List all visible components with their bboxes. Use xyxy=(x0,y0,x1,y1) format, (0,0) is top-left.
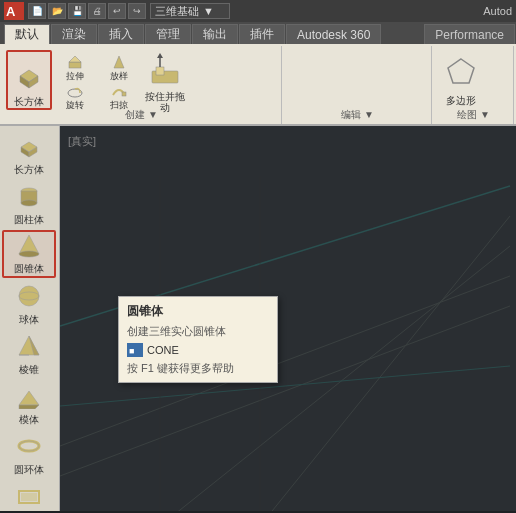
open-icon[interactable]: 📂 xyxy=(48,3,66,19)
tooltip-title: 圆锥体 xyxy=(127,303,269,320)
plot-icon[interactable]: 🖨 xyxy=(88,3,106,19)
svg-point-23 xyxy=(19,286,39,306)
left-wedge-icon xyxy=(13,381,45,411)
revolve-icon xyxy=(66,83,84,99)
loft-icon xyxy=(110,54,128,70)
left-cone-label: 圆锥体 xyxy=(14,262,44,276)
left-box-icon xyxy=(13,131,45,161)
box-label: 长方体 xyxy=(14,96,44,107)
app-name: Autod xyxy=(483,5,512,17)
tab-autodesk360[interactable]: Autodesk 360 xyxy=(286,24,381,44)
left-pyramid-icon xyxy=(13,331,45,361)
tooltip-help: 按 F1 键获得更多帮助 xyxy=(127,361,269,376)
tooltip-cmd-icon: ■ xyxy=(127,343,143,357)
svg-rect-33 xyxy=(21,493,37,501)
ribbon-btn-sweep[interactable]: 扫掠 xyxy=(98,81,140,109)
section-title-edit: 编辑 ▼ xyxy=(284,108,431,122)
tab-plugin[interactable]: 插件 xyxy=(239,24,285,44)
box-icon xyxy=(11,54,47,94)
ribbon-btn-extrude[interactable]: 拉伸 xyxy=(54,52,96,80)
left-polysolid-icon xyxy=(13,481,45,511)
svg-point-20 xyxy=(21,200,37,206)
left-btn-pyramid[interactable]: 棱锥 xyxy=(2,330,56,378)
undo-icon[interactable]: ↩ xyxy=(108,3,126,19)
left-torus-label: 圆环体 xyxy=(14,463,44,477)
svg-marker-8 xyxy=(114,56,124,68)
ribbon-section-draw: 多边形 绘图 ▼ xyxy=(434,46,514,124)
polygon-label: 多边形 xyxy=(446,95,476,106)
left-btn-box[interactable]: 长方体 xyxy=(2,130,56,178)
ribbon-section-edit: 编辑 ▼ xyxy=(284,46,432,124)
left-pyramid-label: 棱锥 xyxy=(19,363,39,377)
ribbon-tabs: 默认 渲染 插入 管理 输出 插件 Autodesk 360 Performan… xyxy=(0,22,516,44)
title-bar: A 📄 📂 💾 🖨 ↩ ↪ 三维基础 ▼ Autod xyxy=(0,0,516,22)
svg-rect-9 xyxy=(122,92,126,96)
ribbon-section-create: 长方体 拉伸 xyxy=(2,46,282,124)
svg-rect-5 xyxy=(69,62,81,68)
ribbon-btn-presspull[interactable]: 按住并拖动 xyxy=(142,50,188,110)
left-sphere-label: 球体 xyxy=(19,313,39,327)
workspace-dropdown[interactable]: 三维基础 ▼ xyxy=(150,3,230,19)
left-btn-polysolid[interactable]: 多段体 xyxy=(2,480,56,513)
svg-marker-13 xyxy=(157,53,163,58)
tab-output[interactable]: 输出 xyxy=(192,24,238,44)
tooltip-desc: 创建三维实心圆锥体 xyxy=(127,324,269,339)
svg-point-22 xyxy=(19,251,39,257)
main-area: 长方体 圆柱体 圆锥体 xyxy=(0,126,516,511)
presspull-icon xyxy=(147,53,183,89)
ribbon-btn-revolve[interactable]: 旋转 xyxy=(54,81,96,109)
new-icon[interactable]: 📄 xyxy=(28,3,46,19)
autocad-logo: A xyxy=(4,2,24,20)
left-cylinder-label: 圆柱体 xyxy=(14,213,44,227)
section-title-draw: 绘图 ▼ xyxy=(434,108,513,122)
save-icon[interactable]: 💾 xyxy=(68,3,86,19)
tab-default[interactable]: 默认 xyxy=(4,24,50,44)
ribbon-btn-polygon[interactable]: 多边形 xyxy=(438,50,484,110)
redo-icon[interactable]: ↪ xyxy=(128,3,146,19)
left-cylinder-icon xyxy=(13,181,45,211)
svg-line-37 xyxy=(260,216,510,511)
svg-marker-29 xyxy=(19,405,39,409)
left-btn-cylinder[interactable]: 圆柱体 xyxy=(2,180,56,228)
svg-text:A: A xyxy=(6,4,16,19)
left-box-label: 长方体 xyxy=(14,163,44,177)
ribbon-btn-box[interactable]: 长方体 xyxy=(6,50,52,110)
ribbon-small-group-2: 放样 扫掠 xyxy=(98,50,140,110)
polygon-icon xyxy=(443,53,479,93)
svg-text:■: ■ xyxy=(129,346,134,356)
left-panel: 长方体 圆柱体 圆锥体 xyxy=(0,126,60,511)
svg-rect-11 xyxy=(156,67,164,75)
svg-marker-28 xyxy=(19,391,39,405)
tab-performance[interactable]: Performance xyxy=(424,24,515,44)
ribbon-panel: 长方体 拉伸 xyxy=(0,44,516,126)
left-btn-wedge[interactable]: 模体 xyxy=(2,380,56,428)
svg-marker-6 xyxy=(69,56,81,62)
tooltip-popup: 圆锥体 创建三维实心圆锥体 ■ CONE 按 F1 键获得更多帮助 xyxy=(118,296,278,383)
tab-render[interactable]: 渲染 xyxy=(51,24,97,44)
tooltip-cmd-label: CONE xyxy=(147,344,179,356)
left-btn-cone[interactable]: 圆锥体 xyxy=(2,230,56,278)
canvas-area[interactable]: [真实] 圆锥体 创建三维实心圆锥体 ■ xyxy=(60,126,516,511)
left-wedge-label: 模体 xyxy=(19,413,39,427)
tooltip-cmd: ■ CONE xyxy=(127,343,269,357)
ribbon-small-group-1: 拉伸 旋转 xyxy=(54,50,96,110)
extrude-icon xyxy=(66,54,84,70)
section-title-create: 创建 ▼ xyxy=(2,108,281,122)
left-btn-torus[interactable]: 圆环体 xyxy=(2,430,56,478)
left-btn-sphere[interactable]: 球体 xyxy=(2,280,56,328)
left-sphere-icon xyxy=(13,281,45,311)
ribbon-btn-loft[interactable]: 放样 xyxy=(98,52,140,80)
tab-manage[interactable]: 管理 xyxy=(145,24,191,44)
toolbar-icons: 📄 📂 💾 🖨 ↩ ↪ xyxy=(28,3,146,19)
left-cone-icon xyxy=(13,232,45,260)
sweep-icon xyxy=(110,83,128,99)
tab-insert[interactable]: 插入 xyxy=(98,24,144,44)
svg-marker-14 xyxy=(448,59,474,83)
left-torus-icon xyxy=(13,431,45,461)
